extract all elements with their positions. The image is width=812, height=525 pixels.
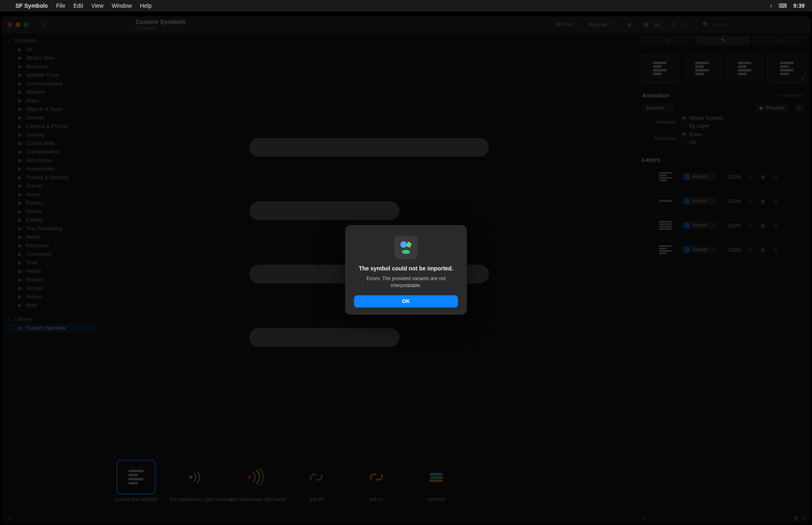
dialog-title: The symbol could not be imported. [354,265,458,272]
menu-help[interactable]: Help [140,2,152,9]
dialog-ok-button[interactable]: OK [354,295,458,307]
chevron-left-icon[interactable]: ‹ [770,2,772,9]
svg-point-5 [400,241,407,248]
menubar-clock[interactable]: 9:39 [793,2,805,9]
svg-point-7 [402,250,410,254]
main-window: ☰ Custom Symbols 8 Symbols SF Pro ⌃⌄ Reg… [2,16,810,523]
dialog-message: Errors: The provided variants are not in… [354,276,458,289]
svg-marker-6 [406,241,412,248]
app-icon [394,235,418,259]
keyboard-layout-icon[interactable]: ⌨︎ [779,2,787,9]
menu-view[interactable]: View [91,2,104,9]
menubar: SF Symbols File Edit View Window Help ‹ … [0,0,812,11]
menu-edit[interactable]: Edit [73,2,83,9]
menu-file[interactable]: File [56,2,65,9]
menu-window[interactable]: Window [112,2,132,9]
error-dialog: The symbol could not be imported. Errors… [345,225,467,315]
menubar-app-name[interactable]: SF Symbols [15,2,48,9]
